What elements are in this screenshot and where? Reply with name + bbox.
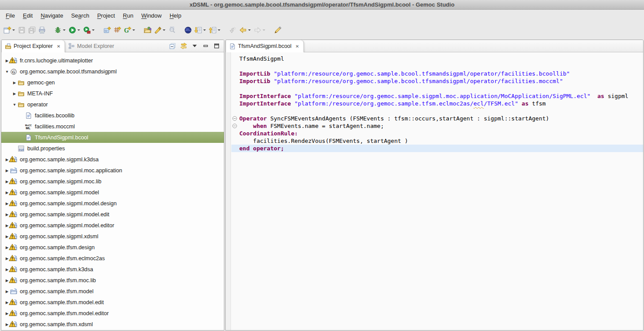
code-token: ImportLib	[239, 70, 270, 77]
expand-arrow[interactable]: ▶	[11, 80, 18, 85]
search-button	[168, 24, 177, 36]
tab-model-explorer[interactable]: Model Explorer	[65, 40, 117, 52]
tree-item-org-gemoc-sample-tfsm-eclmoc2as[interactable]: ▶org.gemoc.sample.tfsm.eclmoc2as	[1, 253, 224, 264]
tree-item-label: org.gemoc.sample.tfsm.model.editor	[20, 310, 109, 316]
run-button[interactable]	[68, 24, 81, 36]
expand-arrow[interactable]: ▶	[4, 168, 10, 173]
project-icon	[10, 244, 18, 251]
code-line: ImportLib "platform:/resource/org.gemoc.…	[231, 70, 643, 77]
code-line	[231, 62, 643, 70]
link-editor-button[interactable]	[180, 42, 187, 50]
menu-project[interactable]: Project	[93, 11, 119, 20]
tree-item-org-gemoc-sample-sigpml-xdsml[interactable]: ▶org.gemoc.sample.sigpml.xdsml	[1, 231, 224, 242]
run-last-button-dropdown[interactable]	[92, 29, 95, 32]
code-token: FSMEvents.name = startAgent.name;	[267, 123, 384, 129]
new-grid-button[interactable]	[113, 24, 122, 36]
tree-item-org-gemoc-sample-sigpml-moc-lib[interactable]: ▶org.gemoc.sample.sigpml.moc.lib	[1, 176, 224, 187]
expand-arrow[interactable]: ▶	[4, 289, 10, 294]
tree-item-fr-cnrs-luchogie-ultimateplotter[interactable]: ▶fr.cnrs.luchogie.ultimateplotter	[1, 55, 224, 66]
tree-item-org-gemoc-sample-sigpml-k3dsa[interactable]: ▶org.gemoc.sample.sigpml.k3dsa	[1, 154, 224, 165]
code-token	[590, 93, 597, 99]
expand-arrow[interactable]: ▼	[4, 69, 10, 74]
code-token: "platform:/resource/org.gemoc.sample.bco…	[274, 70, 570, 77]
tree-item-org-gemoc-sample-bcool-tfsmandsigpml[interactable]: ▼Gorg.gemoc.sample.bcool.tfsmandsigpml	[1, 66, 224, 77]
tab-close-icon[interactable]: ✕	[295, 44, 300, 49]
project-icon	[10, 222, 18, 229]
warning-overlay-icon	[9, 156, 16, 164]
marker-button-dropdown[interactable]	[163, 29, 165, 32]
new-button[interactable]	[3, 24, 16, 36]
back-button-dropdown[interactable]	[248, 29, 251, 32]
fold-marker-icon[interactable]	[231, 115, 239, 123]
tree-item-org-gemoc-sample-tfsm-k3dsa[interactable]: ▶org.gemoc.sample.tfsm.k3dsa	[1, 264, 224, 275]
menu-navigate[interactable]: Navigate	[37, 11, 67, 20]
editor-tab-tfsmandsigpml-bcool[interactable]: TfsmAndSigpml.bcool✕	[226, 40, 304, 52]
print-button[interactable]	[37, 24, 47, 36]
tree-item-label: org.gemoc.sample.tfsm.model	[20, 288, 93, 295]
expand-arrow[interactable]: ▶	[11, 91, 18, 96]
menu-file[interactable]: File	[2, 11, 19, 20]
pencil-button[interactable]	[273, 24, 282, 36]
tree-item-operator[interactable]: ▼operator	[1, 99, 224, 110]
search-disabled-icon	[168, 26, 176, 34]
expand-arrow[interactable]: ▼	[11, 102, 18, 107]
debug-button[interactable]	[53, 24, 67, 36]
tree-item-meta-inf[interactable]: ▶META-INF	[1, 88, 224, 99]
browser-button[interactable]	[183, 24, 193, 36]
tree-item-facilities-moccml[interactable]: MoCCMLfacilities.moccml	[1, 121, 224, 132]
tree-item-label: org.gemoc.sample.tfsm.model.edit	[20, 299, 104, 306]
tree-item-org-gemoc-sample-tfsm-model-editor[interactable]: ▶org.gemoc.sample.tfsm.model.editor	[1, 308, 224, 319]
tree-item-gemoc-gen[interactable]: ▶gemoc-gen	[1, 77, 224, 88]
tree-item-org-gemoc-sample-sigpml-model-design[interactable]: ▶org.gemoc.sample.sigpml.model.design	[1, 198, 224, 209]
gemoc-button[interactable]: G	[123, 24, 136, 36]
view-menu-button[interactable]	[191, 42, 198, 50]
menu-help[interactable]: Help	[165, 11, 185, 20]
code-editor[interactable]: TfsmAndSigpmlImportLib "platform:/resour…	[231, 55, 643, 152]
run-button-dropdown[interactable]	[77, 29, 80, 32]
open-artifact-button[interactable]	[143, 24, 152, 36]
tree-item-label: org.gemoc.sample.tfsm.design	[20, 244, 95, 251]
project-icon	[10, 178, 18, 185]
menu-edit[interactable]: Edit	[19, 11, 37, 20]
tree-item-org-gemoc-sample-tfsm-design[interactable]: ▶org.gemoc.sample.tfsm.design	[1, 242, 224, 253]
tab-label: Project Explorer	[14, 43, 53, 49]
tree-item-org-gemoc-sample-sigpml-model-editor[interactable]: ▶org.gemoc.sample.sigpml.model.editor	[1, 220, 224, 231]
next-annotation-button-dropdown[interactable]	[203, 29, 206, 32]
fold-marker-icon[interactable]	[231, 122, 239, 130]
menu-run[interactable]: Run	[119, 11, 137, 20]
code-token: Operator	[239, 115, 267, 122]
project-icon	[10, 288, 18, 295]
tree-item-facilities-bcoollib[interactable]: facilities.bcoollib	[1, 110, 224, 121]
tree-item-org-gemoc-sample-tfsm-model-edit[interactable]: ▶org.gemoc.sample.tfsm.model.edit	[1, 297, 224, 308]
tree-item-org-gemoc-sample-sigpml-model[interactable]: ▶org.gemoc.sample.sigpml.model	[1, 187, 224, 198]
prev-annotation-button-dropdown[interactable]	[218, 29, 220, 32]
marker-button[interactable]	[153, 24, 167, 36]
tree-item-build-properties[interactable]: 010build.properties	[1, 143, 224, 154]
tree-item-tfsmandsigpml-bcool[interactable]: TfsmAndSigpml.bcool	[1, 132, 224, 143]
new-button-dropdown[interactable]	[12, 29, 15, 32]
tab-close-icon[interactable]: ✕	[56, 44, 61, 49]
collapse-all-button[interactable]	[169, 42, 176, 50]
back-button[interactable]	[238, 24, 252, 36]
gemoc-button-dropdown[interactable]	[132, 29, 135, 32]
maximize-button[interactable]	[213, 42, 220, 50]
new-sirius-button[interactable]: Gr	[102, 24, 112, 36]
code-token	[239, 123, 253, 129]
code-token: ImportInterface	[239, 93, 291, 99]
minimize-button[interactable]	[202, 42, 209, 50]
menu-search[interactable]: Search	[67, 11, 93, 20]
prev-annotation-button[interactable]	[208, 24, 222, 36]
tree-item-org-gemoc-sample-tfsm-moc-lib[interactable]: ▶org.gemoc.sample.tfsm.moc.lib	[1, 275, 224, 286]
next-annotation-button[interactable]	[194, 24, 207, 36]
tree-item-org-gemoc-sample-tfsm-xdsml[interactable]: ▶org.gemoc.sample.tfsm.xdsml	[1, 319, 224, 330]
tree-item-org-gemoc-sample-sigpml-model-edit[interactable]: ▶org.gemoc.sample.sigpml.model.edit	[1, 209, 224, 220]
tab-project-explorer[interactable]: Project Explorer✕	[1, 40, 65, 52]
code-token: end operator;	[239, 145, 284, 152]
tree-item-org-gemoc-sample-tfsm-model[interactable]: ▶org.gemoc.sample.tfsm.model	[1, 286, 224, 297]
run-last-button[interactable]	[82, 24, 96, 36]
debug-button-dropdown[interactable]	[63, 29, 66, 32]
menu-window[interactable]: Window	[137, 11, 165, 20]
tree-item-label: org.gemoc.sample.sigpml.model	[20, 189, 99, 196]
editor-vertical-ruler[interactable]	[226, 52, 231, 330]
tree-item-org-gemoc-sample-sigpml-moc-application[interactable]: ▶org.gemoc.sample.sigpml.moc.application	[1, 165, 224, 176]
